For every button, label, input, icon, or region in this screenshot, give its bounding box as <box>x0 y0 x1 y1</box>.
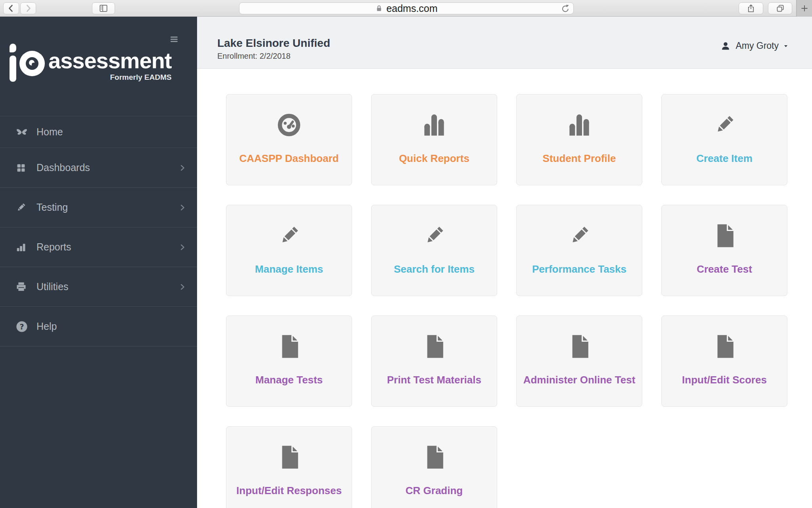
file-icon <box>420 332 448 361</box>
bar-chart-icon <box>15 241 33 253</box>
card-label: Input/Edit Responses <box>226 485 352 497</box>
io-logo-mark <box>9 42 45 82</box>
grid-icon <box>15 162 33 174</box>
sidebar-item-label: Help <box>36 321 197 332</box>
pencil-icon <box>421 223 447 248</box>
sidebar-item-label: Testing <box>36 202 178 213</box>
sidebar-item-help[interactable]: Help <box>0 307 197 346</box>
sidebar-toggle-icon <box>98 3 109 13</box>
card-manage-items[interactable]: Manage Items <box>226 205 352 296</box>
chevron-right-icon <box>178 164 187 172</box>
app-frame: assessment Formerly EADMS Home Dashboard… <box>0 17 812 508</box>
card-student-profile[interactable]: Student Profile <box>516 94 642 185</box>
card-create-item[interactable]: Create Item <box>661 94 787 185</box>
card-label: Performance Tasks <box>517 263 642 275</box>
person-icon <box>720 41 731 51</box>
butterfly-icon <box>15 125 33 139</box>
chevron-right-icon <box>178 243 187 252</box>
lock-icon <box>375 4 383 12</box>
file-icon <box>275 332 303 361</box>
enrollment-date: Enrollment: 2/2/2018 <box>217 52 291 61</box>
card-label: Quick Reports <box>372 152 497 165</box>
pencil-icon <box>15 202 33 214</box>
caret-down-icon <box>783 43 789 49</box>
dashboard-card-grid: CAASPP Dashboard Quick Reports Student P… <box>226 94 787 508</box>
question-icon <box>15 320 33 333</box>
card-label: Manage Tests <box>226 374 352 386</box>
bar-chart-icon <box>418 109 450 141</box>
forward-arrow-icon <box>23 4 33 13</box>
browser-new-tab-button[interactable] <box>796 0 812 17</box>
card-label: Create Item <box>662 152 787 165</box>
sidebar-item-label: Home <box>36 126 197 138</box>
card-administer-online-test[interactable]: Administer Online Test <box>516 316 642 407</box>
card-label: CAASPP Dashboard <box>226 152 352 165</box>
gauge-icon <box>277 113 301 137</box>
card-label: Manage Items <box>226 263 352 275</box>
sidebar-item-testing[interactable]: Testing <box>0 188 197 227</box>
card-label: Create Test <box>662 263 787 275</box>
browser-tab-overview-button[interactable] <box>768 2 792 14</box>
card-caaspp-dashboard[interactable]: CAASPP Dashboard <box>226 94 352 185</box>
brand-tagline: Formerly EADMS <box>48 73 172 82</box>
sidebar-item-utilities[interactable]: Utilities <box>0 267 197 307</box>
bar-chart-icon <box>563 109 595 141</box>
district-title: Lake Elsinore Unified <box>217 37 330 50</box>
sidebar-item-home[interactable]: Home <box>0 116 197 148</box>
pencil-icon <box>567 223 592 248</box>
pencil-icon <box>712 112 737 138</box>
browser-sidebar-toggle-button[interactable] <box>92 2 115 14</box>
card-performance-tasks[interactable]: Performance Tasks <box>516 205 642 296</box>
user-name: Amy Groty <box>735 40 779 51</box>
file-icon <box>710 221 739 250</box>
card-create-test[interactable]: Create Test <box>661 205 787 296</box>
card-label: Administer Online Test <box>517 374 642 386</box>
chevron-right-icon <box>178 283 187 291</box>
browser-back-button[interactable] <box>3 2 19 14</box>
sidebar-nav: Home Dashboards Testing Reports <box>0 116 197 346</box>
share-icon <box>746 4 756 13</box>
brand-name: assessment <box>48 50 172 72</box>
sidebar-item-label: Reports <box>36 241 178 253</box>
card-label: Student Profile <box>517 152 642 165</box>
card-input-edit-scores[interactable]: Input/Edit Scores <box>661 316 787 407</box>
card-print-test-materials[interactable]: Print Test Materials <box>371 316 497 407</box>
back-arrow-icon <box>6 4 16 13</box>
chevron-right-icon <box>178 203 187 212</box>
plus-icon <box>799 3 810 13</box>
address-bar[interactable]: eadms.com <box>239 2 574 14</box>
browser-toolbar: eadms.com <box>0 0 812 17</box>
refresh-icon[interactable] <box>561 4 570 13</box>
url-text: eadms.com <box>386 3 437 14</box>
card-label: Input/Edit Scores <box>662 374 787 386</box>
safari-window: eadms.com <box>0 0 812 508</box>
sidebar-item-dashboards[interactable]: Dashboards <box>0 148 197 188</box>
file-icon <box>275 443 303 471</box>
card-quick-reports[interactable]: Quick Reports <box>371 94 497 185</box>
card-label: Print Test Materials <box>372 374 497 386</box>
file-icon <box>710 332 739 361</box>
pencil-icon <box>276 223 302 248</box>
card-input-edit-responses[interactable]: Input/Edit Responses <box>226 426 352 508</box>
sidebar-item-label: Utilities <box>36 281 178 292</box>
card-label: CR Grading <box>372 485 497 497</box>
file-icon <box>420 443 448 471</box>
card-cr-grading[interactable]: CR Grading <box>371 426 497 508</box>
user-menu[interactable]: Amy Groty <box>720 40 789 51</box>
browser-share-button[interactable] <box>739 2 763 14</box>
file-icon <box>565 332 594 361</box>
main-content: Lake Elsinore Unified Enrollment: 2/2/20… <box>197 17 812 508</box>
card-search-for-items[interactable]: Search for Items <box>371 205 497 296</box>
page-header: Lake Elsinore Unified Enrollment: 2/2/20… <box>197 17 812 69</box>
sidebar-item-label: Dashboards <box>36 162 178 173</box>
sidebar: assessment Formerly EADMS Home Dashboard… <box>0 17 197 508</box>
card-label: Search for Items <box>372 263 497 275</box>
printer-icon <box>15 281 33 293</box>
card-manage-tests[interactable]: Manage Tests <box>226 316 352 407</box>
sidebar-item-reports[interactable]: Reports <box>0 227 197 267</box>
browser-forward-button[interactable] <box>20 2 36 14</box>
app-logo: assessment Formerly EADMS <box>9 42 172 82</box>
tabs-icon <box>776 4 785 13</box>
